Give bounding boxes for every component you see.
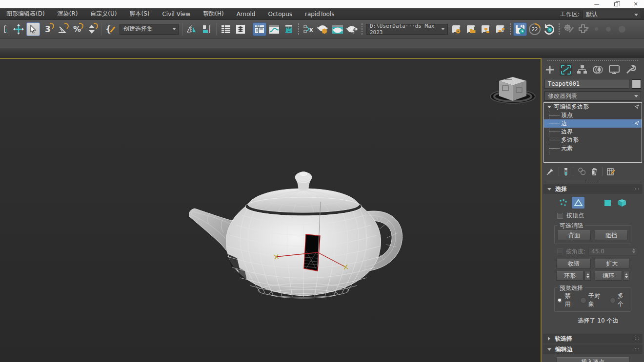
render-production-icon[interactable] [345,22,359,36]
separator [216,23,217,36]
menu-customize[interactable]: 自定义(U) [84,8,123,20]
loop-button[interactable]: 循环 [595,271,622,281]
curve-editor-icon[interactable] [267,22,281,36]
tab-display[interactable] [608,63,621,76]
separator [182,23,183,36]
shrink-button[interactable]: 收缩 [556,259,591,268]
angle-spinner[interactable] [632,248,635,253]
workspace-label: 工作区: [560,10,580,19]
stack-item-label: 边界 [561,128,573,136]
mirror-icon[interactable] [185,22,199,36]
stack-row-border[interactable]: 边界 [544,128,642,136]
named-selection-set-dropdown[interactable]: 创建选择集 [120,24,179,35]
edit-named-selection-sets-icon[interactable]: { [104,22,118,36]
menu-arnold[interactable]: Arnold [230,8,262,20]
subobject-element-button[interactable] [616,197,628,209]
select-and-move-icon[interactable] [12,22,25,36]
rollout-edit-edges-header[interactable]: 编辑边 [543,344,643,354]
script-hierarchy-icon[interactable] [479,22,493,36]
scene-explorer-icon[interactable] [219,22,233,36]
modifier-list-dropdown[interactable]: 修改器列表 [544,91,641,101]
subobject-buttons [542,195,644,210]
project-folder-dropdown[interactable]: D:\UserData···ds Max 2023 [366,24,448,35]
schematic-view-icon[interactable] [282,22,296,36]
separator [558,23,560,36]
loop-spinner[interactable] [623,271,629,281]
svg-text:x: x [309,26,313,33]
stack-row-editable-poly[interactable]: 可编辑多边形 [544,103,642,111]
ring-spinner[interactable] [584,271,591,281]
perspective-viewport[interactable] [0,58,542,362]
tab-create[interactable] [543,63,556,76]
occlude-button[interactable]: 阻挡 [595,230,628,240]
rollout-soft-selection-header[interactable]: 软选择 [543,334,643,343]
configure-modifier-sets-icon[interactable] [607,168,615,175]
ring-button[interactable]: 环形 [556,271,584,281]
grow-button[interactable]: 扩大 [595,259,629,268]
preview-disable-option[interactable]: 禁用 [557,292,576,308]
script-folder-icon[interactable] [464,22,478,36]
menu-octopus[interactable]: Octopus [262,8,299,20]
cull-group: 可选消隐 背面 阻挡 [554,225,631,244]
by-angle-checkbox[interactable] [557,248,563,254]
stack-row-vertex[interactable]: 顶点 [544,111,642,119]
select-object-button[interactable] [26,22,40,36]
align-icon[interactable] [200,22,214,36]
main-toolbar: 3 % { 创建选择集 [0,20,644,38]
menu-civil-view[interactable]: Civil View [156,8,197,20]
autobackup-countdown-icon[interactable]: 22 [528,22,542,36]
rendered-frame-window-icon[interactable] [331,22,344,36]
rollout-selection-header[interactable]: 选择 [543,184,643,194]
preview-multiple-option[interactable]: 多个 [610,292,629,308]
layer-explorer-icon[interactable] [234,22,247,36]
preview-subobject-option[interactable]: 子对象 [580,292,605,308]
select-and-link-icon[interactable] [0,22,6,36]
menu-help[interactable]: 帮助(H) [197,8,230,20]
angle-value-field[interactable]: 45.0 [588,247,637,256]
remove-modifier-icon[interactable] [591,168,598,175]
stack-row-element[interactable]: 元素 [544,144,642,152]
spinner-snap-icon[interactable] [85,22,99,36]
show-end-result-icon[interactable] [564,168,568,176]
preview-selection-group: 预览选择 禁用 子对象 多个 [554,287,631,312]
expand-arrow-icon[interactable] [547,106,551,108]
subobject-edge-button[interactable] [572,197,584,209]
snap-toggle-3d-icon[interactable]: 3 [41,22,55,36]
close-button[interactable]: ✕ [627,0,644,8]
object-color-swatch[interactable] [632,79,641,89]
menu-rapidtools[interactable]: rapidTools [299,8,341,20]
percent-snap-icon[interactable]: % [70,22,84,36]
insert-vertex-button[interactable]: 插入顶点 [556,357,629,362]
subobject-polygon-button[interactable] [601,197,614,209]
particle-view-icon[interactable]: x [302,22,315,36]
tab-motion[interactable] [592,63,604,76]
undo-history-icon[interactable] [543,22,556,36]
modifier-stack: 可编辑多边形 顶点 边 边界 多边形 元素 [543,102,642,163]
by-vertex-checkbox[interactable] [557,213,563,219]
backface-button[interactable]: 背面 [558,230,591,240]
stack-row-polygon[interactable]: 多边形 [544,136,642,144]
stack-row-edge-selected[interactable]: 边 [544,119,642,128]
menu-graph-editors[interactable]: 图形编辑器(D) [0,8,51,20]
object-name-field[interactable]: Teapot001 [544,79,629,89]
script-nodes-icon[interactable] [494,22,507,36]
toolbar-dot [595,27,598,31]
angle-snap-icon[interactable] [56,22,69,36]
restore-button[interactable] [608,0,624,8]
subobject-border-button[interactable] [586,197,599,209]
angle-value: 45.0 [591,248,604,255]
script-gear-icon[interactable] [450,22,463,36]
workspace-dropdown[interactable]: 默认 [583,10,641,19]
save-file-button[interactable] [513,22,527,36]
toggle-ribbon-button[interactable] [253,22,266,36]
menu-rendering[interactable]: 渲染(R) [51,8,84,20]
pin-stack-icon[interactable] [546,168,554,175]
render-setup-icon[interactable] [316,22,330,36]
minimize-button[interactable]: — [588,0,605,8]
tab-utilities[interactable] [624,63,637,76]
menu-scripting[interactable]: 脚本(S) [123,8,156,20]
separator [361,23,363,36]
tab-modify[interactable] [560,63,572,76]
subobject-vertex-button[interactable] [557,197,570,209]
tab-hierarchy[interactable] [576,63,588,76]
